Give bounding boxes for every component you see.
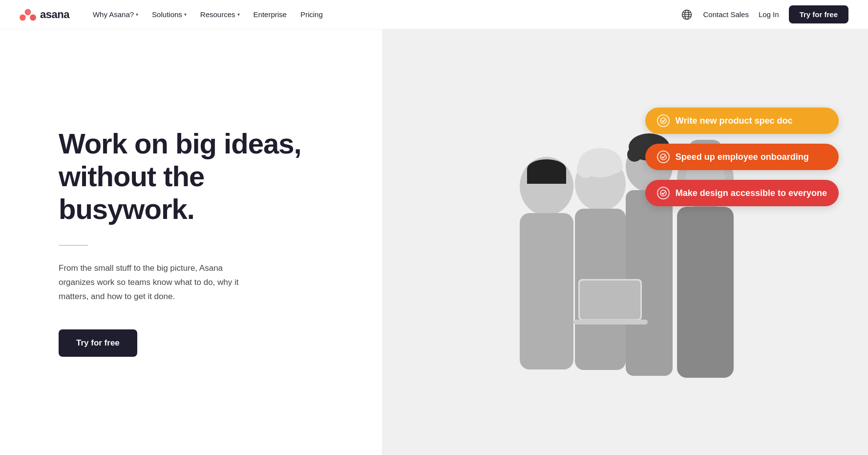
task-pill-1: Write new product spec doc <box>645 108 839 134</box>
login-link[interactable]: Log In <box>759 10 779 19</box>
svg-point-29 <box>660 118 666 124</box>
svg-point-31 <box>660 190 666 196</box>
nav-solutions[interactable]: Solutions ▾ <box>146 7 192 22</box>
task-pill-3: Make design accessible to everyone <box>645 180 839 206</box>
asana-logo-icon <box>20 8 36 22</box>
nav-resources[interactable]: Resources ▾ <box>194 7 246 22</box>
contact-sales-link[interactable]: Contact Sales <box>703 10 749 19</box>
nav-right: Contact Sales Log In Try for free <box>680 5 848 23</box>
chevron-down-icon: ▾ <box>237 12 240 17</box>
language-selector-icon[interactable] <box>680 8 694 22</box>
nav-try-free-button[interactable]: Try for free <box>789 5 848 23</box>
svg-point-1 <box>20 14 26 21</box>
hero-left: Work on big ideas, without the busywork.… <box>0 29 382 455</box>
svg-point-15 <box>591 151 610 171</box>
svg-rect-22 <box>677 207 734 378</box>
check-icon-2 <box>657 151 670 163</box>
nav-why-asana[interactable]: Why Asana? ▾ <box>87 7 144 22</box>
svg-rect-27 <box>580 281 640 319</box>
hero-right: Write new product spec doc Speed up empl… <box>382 29 868 455</box>
nav-links: Why Asana? ▾ Solutions ▾ Resources ▾ Ent… <box>87 7 680 22</box>
hero-subtext: From the small stuff to the big picture,… <box>59 261 254 304</box>
nav-pricing[interactable]: Pricing <box>295 7 329 22</box>
chevron-down-icon: ▾ <box>136 12 138 17</box>
task-pills-container: Write new product spec doc Speed up empl… <box>645 108 839 206</box>
logo-link[interactable]: asana <box>20 8 69 22</box>
svg-point-2 <box>30 14 36 21</box>
svg-rect-7 <box>520 213 573 369</box>
hero-try-free-button[interactable]: Try for free <box>59 329 137 357</box>
check-icon-3 <box>657 187 670 199</box>
svg-point-19 <box>627 147 642 162</box>
nav-enterprise[interactable]: Enterprise <box>248 7 293 22</box>
chevron-down-icon: ▾ <box>184 12 187 17</box>
task-pill-2-label: Speed up employee onboarding <box>676 152 809 162</box>
hero-section: Work on big ideas, without the busywork.… <box>0 29 868 455</box>
task-pill-1-label: Write new product spec doc <box>676 116 793 126</box>
svg-point-0 <box>25 9 31 15</box>
brand-name: asana <box>40 8 69 21</box>
check-icon-1 <box>657 114 670 127</box>
main-nav: asana Why Asana? ▾ Solutions ▾ Resources… <box>0 0 868 29</box>
task-pill-3-label: Make design accessible to everyone <box>676 188 827 198</box>
task-pill-2: Speed up employee onboarding <box>645 144 839 170</box>
svg-rect-9 <box>527 169 566 184</box>
hero-divider <box>59 245 88 246</box>
svg-rect-28 <box>573 320 648 325</box>
hero-headline: Work on big ideas, without the busywork. <box>59 128 343 225</box>
svg-point-30 <box>660 154 666 160</box>
